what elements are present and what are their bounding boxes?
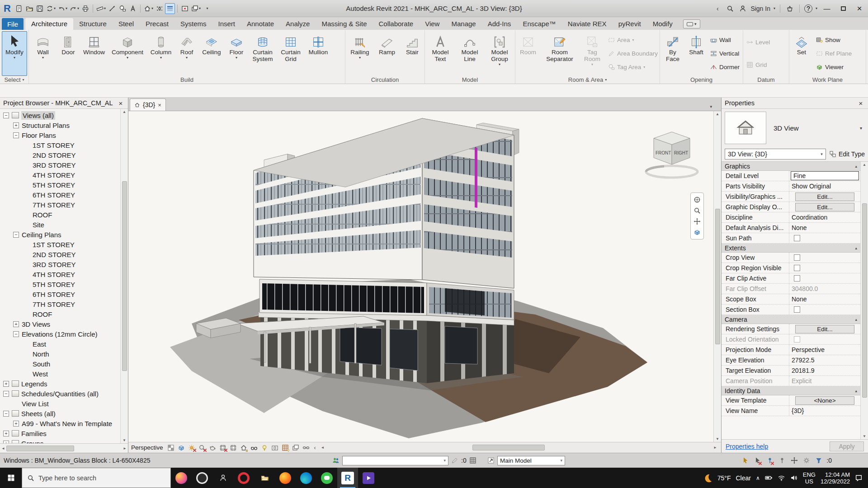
property-row-rendering-settings[interactable]: Rendering SettingsEdit... — [722, 324, 860, 334]
edit-button[interactable]: Edit... — [795, 203, 854, 211]
worksets-icon[interactable] — [332, 457, 340, 464]
edit-button[interactable]: Edit... — [795, 192, 854, 201]
floor-button[interactable]: Floor▾ — [226, 31, 247, 76]
tree-item-families[interactable]: +Families — [0, 428, 120, 438]
tree-vertical-scrollbar[interactable]: ▲▼ — [120, 109, 128, 443]
property-row-view-template[interactable]: View Template<None> — [722, 395, 860, 406]
taskbar-app-movies[interactable] — [358, 468, 379, 488]
model-canvas[interactable]: FRONT RIGHT ▲ ▼ — [128, 111, 721, 442]
expander-icon[interactable]: − — [3, 113, 9, 118]
expander-icon[interactable]: + — [13, 321, 19, 327]
taskbar-app-dark-circle[interactable] — [192, 468, 212, 488]
scrollbar-thumb[interactable] — [472, 445, 545, 450]
tab-precast[interactable]: Precast — [140, 18, 175, 30]
roof-button[interactable]: Roof▾ — [176, 31, 197, 76]
tab-architecture[interactable]: Architecture — [25, 18, 73, 30]
collapse-icon[interactable]: ▴ — [855, 389, 857, 393]
crop-view-icon[interactable] — [219, 443, 227, 452]
dropdown-arrow-icon[interactable]: ▾ — [359, 56, 361, 60]
curtain-system-button[interactable]: Curtain System — [250, 31, 276, 76]
taskbar-app-revit[interactable]: R — [337, 468, 358, 488]
checkbox[interactable] — [794, 306, 800, 313]
section-icon[interactable] — [155, 3, 165, 14]
tree-item[interactable]: ROOF — [0, 210, 120, 220]
tree-item[interactable]: 3RD STOREY — [0, 160, 120, 170]
tab-enscape[interactable]: Enscape™ — [517, 18, 561, 30]
shadows-icon[interactable] — [198, 443, 207, 452]
moon-weather-icon[interactable] — [703, 474, 712, 483]
detail-level-icon[interactable] — [177, 443, 186, 452]
property-row-visibility-graphics[interactable]: Visibility/Graphics ...Edit... — [722, 192, 860, 202]
restore-button[interactable] — [836, 2, 850, 15]
tree-item[interactable]: 1ST STOREY — [0, 239, 120, 249]
tree-item[interactable]: 4TH STOREY — [0, 269, 120, 279]
property-row-parts-visibility[interactable]: Parts VisibilityShow Original — [722, 181, 860, 192]
design-options-icon[interactable] — [487, 457, 495, 464]
view-tab-3d[interactable]: {3D} × — [130, 99, 166, 111]
tab-analyze[interactable]: Analyze — [280, 18, 316, 30]
model-text-button[interactable]: Model Text — [427, 31, 454, 76]
expander-icon[interactable]: + — [3, 381, 9, 387]
property-row-target-elevation[interactable]: Target Elevation20181.9 — [722, 366, 860, 376]
close-icon[interactable]: × — [857, 99, 865, 107]
editable-only-icon[interactable] — [451, 457, 458, 464]
steering-wheel-icon[interactable] — [693, 196, 701, 203]
undo-icon[interactable]: ▾ — [57, 3, 68, 14]
help-icon[interactable]: ? — [804, 5, 812, 13]
stair-button[interactable]: Stair — [401, 31, 423, 76]
displace-elements-icon[interactable] — [292, 443, 300, 452]
taskbar-app-file-explorer[interactable] — [254, 468, 275, 488]
detail-level-value[interactable]: Fine — [791, 171, 859, 180]
taskbar-app-opera[interactable] — [233, 468, 254, 488]
taskbar-app-edge[interactable] — [296, 468, 316, 488]
language-indicator[interactable]: ENGUS — [803, 471, 816, 485]
view-tab-list-icon[interactable]: ▾ — [710, 104, 712, 109]
room-separator-button[interactable]: Room Separator — [542, 31, 578, 76]
property-row-far-clip-active[interactable]: Far Clip Active — [722, 273, 860, 284]
dropdown-arrow-icon[interactable]: ▾ — [160, 56, 162, 60]
tree-item[interactable]: 2ND STOREY — [0, 150, 120, 160]
expander-icon[interactable]: − — [3, 391, 9, 397]
design-option-combobox[interactable]: Main Model▾ — [497, 456, 565, 465]
tab-systems[interactable]: Systems — [175, 18, 212, 30]
scrollbar-thumb[interactable] — [6, 446, 74, 451]
select-by-face-icon[interactable] — [778, 456, 786, 465]
dropdown-arrow-icon[interactable]: ▾ — [499, 63, 500, 66]
print-icon[interactable] — [80, 3, 90, 14]
dropdown-arrow-icon[interactable]: ▾ — [54, 6, 56, 10]
apply-button[interactable]: Apply — [830, 441, 864, 451]
tree-item[interactable]: 5TH STOREY — [0, 279, 120, 289]
property-row-graphic-display[interactable]: Graphic Display O...Edit... — [722, 202, 860, 212]
tree-item-legends[interactable]: +Legends — [0, 379, 120, 389]
tree-item-sheets[interactable]: −Sheets (all) — [0, 408, 120, 418]
property-row-default-analysis[interactable]: Default Analysis Di...None — [722, 223, 860, 233]
expander-icon[interactable]: − — [13, 232, 19, 238]
checkbox[interactable] — [794, 275, 800, 282]
properties-help-link[interactable]: Properties help — [726, 443, 768, 450]
properties-title[interactable]: Properties × — [722, 98, 868, 109]
select-underlay-icon[interactable] — [753, 456, 762, 465]
scroll-left-icon[interactable]: ◄ — [1, 446, 5, 450]
dropdown-arrow-icon[interactable]: ▾ — [186, 56, 188, 60]
scroll-right-icon[interactable]: ► — [123, 446, 127, 450]
scroll-right-icon[interactable]: ► — [713, 446, 717, 450]
collapse-icon[interactable]: ▴ — [855, 164, 857, 169]
window-button[interactable]: Window — [81, 31, 107, 76]
tree-item[interactable]: 7TH STOREY — [0, 200, 120, 210]
collapse-control-bar-icon[interactable]: ‹ — [314, 445, 316, 451]
tree-item-3d-views[interactable]: +3D Views — [0, 319, 120, 329]
user-icon[interactable] — [738, 3, 748, 14]
property-row-eye-elevation[interactable]: Eye Elevation27922.5 — [722, 355, 860, 366]
dropdown-arrow-icon[interactable]: ▾ — [443, 458, 446, 463]
weather-description[interactable]: Clear — [736, 474, 750, 482]
group-header-graphics[interactable]: Graphics▴ — [722, 162, 860, 171]
zoom-icon[interactable] — [693, 207, 701, 214]
property-row-scope-box[interactable]: Scope BoxNone — [722, 294, 860, 305]
edit-button[interactable]: Edit... — [795, 325, 854, 333]
properties-vertical-scrollbar[interactable]: ▲▼ — [860, 162, 868, 439]
select-pinned-icon[interactable] — [765, 456, 774, 465]
expander-icon[interactable]: − — [3, 411, 9, 417]
tree-item[interactable]: East — [0, 339, 120, 349]
tab-massing-site[interactable]: Massing & Site — [316, 18, 373, 30]
thin-lines-icon[interactable] — [165, 3, 175, 14]
